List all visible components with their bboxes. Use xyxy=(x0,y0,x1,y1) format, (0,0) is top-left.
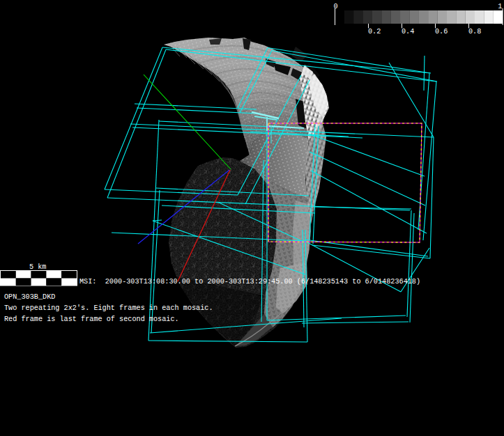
svg-text:OPN_303B_DKD: OPN_303B_DKD xyxy=(4,293,55,301)
svg-text:0.4: 0.4 xyxy=(402,28,414,36)
svg-text:0.6: 0.6 xyxy=(435,28,448,36)
svg-text:0.8: 0.8 xyxy=(468,28,481,36)
svg-text:Two repeating 2x2′s. Eight fra: Two repeating 2x2′s. Eight frames in eac… xyxy=(4,304,213,312)
svg-text:MSI: 2000-303T13:08:30.00 to: MSI: 2000-303T13:08:30.00 to 2000-303T13… xyxy=(79,278,420,286)
svg-text:Red frame is last frame of sec: Red frame is last frame of second mosaic… xyxy=(4,316,179,323)
svg-text:0.2: 0.2 xyxy=(368,28,381,36)
svg-text:5 km: 5 km xyxy=(29,263,46,271)
svg-text:1: 1 xyxy=(498,3,502,10)
svg-text:0: 0 xyxy=(334,3,338,10)
